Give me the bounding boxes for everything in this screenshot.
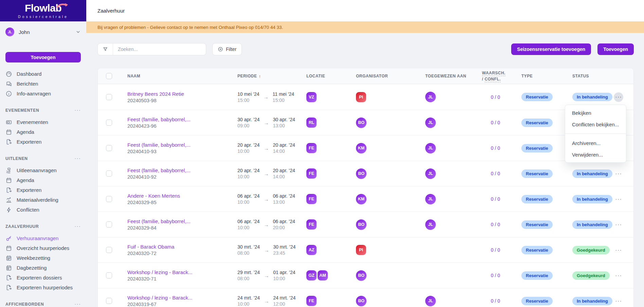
user-menu[interactable]: JL John	[0, 28, 86, 36]
menu-item-bekijken[interactable]: Bekijken	[565, 107, 626, 119]
warnings-conflicts-link[interactable]: 0 / 0	[482, 273, 500, 278]
warnings-conflicts-link[interactable]: 0 / 0	[482, 120, 500, 125]
column-header-type[interactable]: TYPE	[521, 74, 572, 78]
row-actions-button[interactable]: ···	[614, 169, 623, 178]
funnel-icon	[98, 43, 113, 55]
table-row: Feest (familie, babyborrel,...20240423-9…	[98, 110, 633, 135]
row-actions-button[interactable]: ···	[614, 271, 623, 280]
row-checkbox[interactable]	[106, 120, 112, 126]
sidebar-add-button[interactable]: Toevoegen	[5, 52, 81, 62]
warnings-conflicts-link[interactable]: 0 / 0	[482, 222, 500, 227]
reservation-id: 20240320-71	[127, 276, 156, 282]
sidebar-item-exporteren[interactable]: Exporteren	[0, 185, 86, 195]
toolbar: Filter Seizoensreservatie toevoegen Toev…	[97, 43, 634, 55]
menu-item-verwijderen[interactable]: Verwijderen...	[565, 149, 626, 160]
reservation-name-link[interactable]: Feest (familie, babyborrel,...	[127, 116, 191, 122]
row-checkbox[interactable]	[106, 170, 112, 177]
reservation-name-link[interactable]: Workshop / lezing - Barack...	[127, 269, 192, 275]
assignee-avatar: JL	[425, 296, 436, 306]
type-badge: Reservatie	[521, 93, 553, 101]
column-header-toegewezen[interactable]: TOEGEWEZEN AAN	[425, 74, 482, 78]
sidebar-item-berichten[interactable]: Berichten	[0, 79, 86, 89]
topbar: Zaalverhuur	[86, 0, 644, 21]
location-badge: FE	[306, 168, 317, 179]
row-checkbox[interactable]	[106, 94, 112, 100]
reservation-name-link[interactable]: Britney Beers 2024 Retie	[127, 91, 184, 97]
sidebar-item-uitleenaanvragen[interactable]: Uitleenaanvragen	[0, 165, 86, 175]
search-box	[97, 43, 206, 55]
lend-icon	[5, 167, 12, 174]
sidebar-item-verhuuraanvragen[interactable]: Verhuuraanvragen	[0, 233, 86, 243]
add-reservation-button[interactable]: Toevoegen	[597, 43, 634, 55]
season-reservation-add-button[interactable]: Seizoensreservatie toevoegen	[511, 43, 591, 55]
column-header-organisator[interactable]: ORGANISATOR	[356, 74, 425, 78]
section-menu-dots-icon[interactable]: ···	[74, 108, 81, 113]
sidebar-item-materiaalverdeling[interactable]: Materiaalverdeling	[0, 195, 86, 205]
start-time: 10:00	[237, 199, 260, 205]
column-header-waarsch-confl[interactable]: WAARSCH. / CONFL.	[482, 71, 521, 82]
row-checkbox[interactable]	[106, 247, 112, 253]
row-checkbox[interactable]	[106, 298, 112, 304]
row-actions-button[interactable]: ···	[614, 296, 623, 306]
section-menu-dots-icon[interactable]: ···	[74, 302, 81, 307]
sidebar-item-exporteren-huurperiodes[interactable]: Exporteren huurperiodes	[0, 283, 86, 292]
table-row: Feest (familie, babyborrel,...20240329-8…	[98, 212, 633, 237]
column-header-naam[interactable]: NAAM	[127, 74, 237, 78]
sidebar-item-dagbezetting[interactable]: Dagbezetting	[0, 263, 86, 273]
sidebar-section-evenementen: EVENEMENTEN···	[0, 105, 86, 115]
section-menu-dots-icon[interactable]: ···	[74, 156, 81, 161]
reservation-name-link[interactable]: Feest (familie, babyborrel,...	[127, 167, 191, 173]
reservation-name-link[interactable]: Feest (familie, babyborrel,...	[127, 142, 191, 148]
reservation-name-link[interactable]: Feest (familie, babyborrel,...	[127, 218, 191, 224]
reservation-id: 20240423-96	[127, 123, 156, 129]
row-actions-button[interactable]: ···	[614, 194, 623, 204]
sidebar-item-agenda[interactable]: Agenda	[0, 127, 86, 137]
end-time: 13:00	[273, 199, 295, 205]
select-all-checkbox[interactable]	[106, 73, 112, 79]
sidebar-item-conflicten[interactable]: Conflicten	[0, 205, 86, 215]
location-badge: GZ	[306, 270, 317, 281]
user-avatar: JL	[5, 28, 14, 36]
row-checkbox[interactable]	[106, 221, 112, 228]
sidebar-item-exporteren-dossiers[interactable]: Exporteren dossiers	[0, 273, 86, 283]
notice-banner: Bij vragen of problemen - Gelieve contac…	[86, 21, 644, 33]
organisator-badge: PI	[356, 92, 366, 102]
row-actions-button[interactable]: ···	[614, 245, 623, 255]
sidebar-item-exporteren[interactable]: Exporteren	[0, 137, 86, 147]
warnings-conflicts-link[interactable]: 0 / 0	[482, 298, 500, 304]
warnings-conflicts-link[interactable]: 0 / 0	[482, 196, 500, 202]
warnings-conflicts-link[interactable]: 0 / 0	[482, 145, 500, 151]
arrow-right-icon: →	[264, 120, 269, 126]
sidebar-item-info-aanvragen[interactable]: Info-aanvragen	[0, 89, 86, 98]
column-header-locatie[interactable]: LOCATIE	[306, 74, 356, 78]
reservation-name-link[interactable]: Andere - Koen Mertens	[127, 193, 180, 199]
row-checkbox[interactable]	[106, 145, 112, 151]
menu-item-conflicten-bekijken[interactable]: Conflicten bekijken...	[565, 119, 626, 130]
warnings-conflicts-link[interactable]: 0 / 0	[482, 171, 500, 176]
status-badge: In behandeling	[572, 297, 612, 305]
sidebar-item-weekbezetting[interactable]: Weekbezetting	[0, 253, 86, 263]
column-header-status[interactable]: STATUS	[572, 74, 612, 78]
chevron-down-icon[interactable]	[75, 29, 81, 35]
warnings-conflicts-link[interactable]: 0 / 0	[482, 94, 500, 100]
reservation-name-link[interactable]: Workshop / lezing - Barack...	[127, 295, 192, 301]
section-menu-dots-icon[interactable]: ···	[74, 224, 81, 229]
sidebar-item-dashboard[interactable]: Dashboard	[0, 69, 86, 79]
row-checkbox[interactable]	[106, 196, 112, 202]
row-actions-button[interactable]: ···	[614, 92, 623, 102]
row-checkbox[interactable]	[106, 272, 112, 278]
end-time: 20:00	[273, 225, 295, 230]
row-actions-button[interactable]: ···	[614, 220, 623, 229]
sidebar-item-evenementen[interactable]: Evenementen	[0, 117, 86, 127]
page-title: Zaalverhuur	[97, 8, 125, 14]
menu-item-archiveren[interactable]: Archiveren...	[565, 137, 626, 149]
sidebar-item-overzicht-huurperiodes[interactable]: Overzicht huurperiodes	[0, 243, 86, 253]
warnings-conflicts-link[interactable]: 0 / 0	[482, 247, 500, 253]
info-icon	[5, 90, 12, 97]
section-title: ZAALVERHUUR	[5, 224, 39, 229]
filter-button[interactable]: Filter	[212, 43, 242, 55]
search-input[interactable]	[113, 47, 206, 52]
column-header-periode[interactable]: PERIODE ↑	[237, 74, 306, 79]
reservation-name-link[interactable]: Fuif - Barack Obama	[127, 244, 174, 250]
sidebar-item-agenda[interactable]: Agenda	[0, 175, 86, 185]
